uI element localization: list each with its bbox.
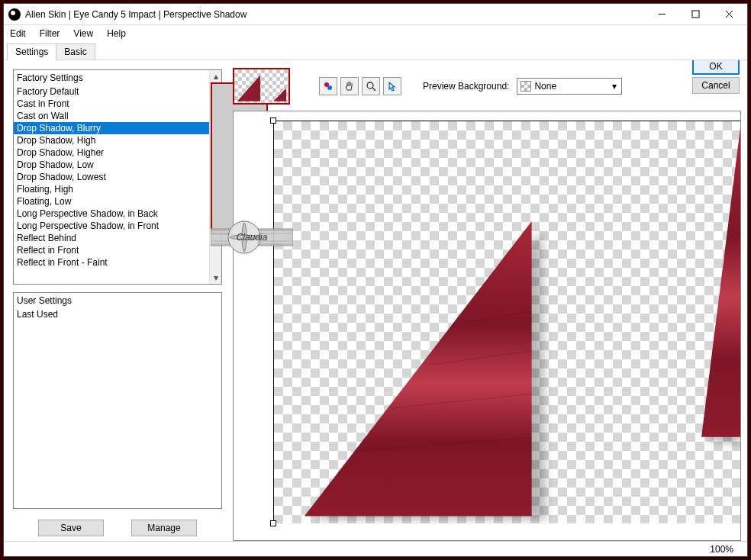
maximize-button[interactable] <box>678 5 712 24</box>
preview-bg-value: None <box>534 81 608 92</box>
window-title: Alien Skin | Eye Candy 5 Impact | Perspe… <box>25 9 645 20</box>
tab-settings[interactable]: Settings <box>7 43 56 60</box>
list-item[interactable]: Reflect in Front <box>14 244 221 256</box>
app-icon <box>8 8 21 21</box>
pan-tool[interactable] <box>340 77 359 95</box>
list-item[interactable]: Floating, High <box>14 183 221 195</box>
cancel-button[interactable]: Cancel <box>692 77 740 94</box>
list-item[interactable]: Drop Shadow, Higher <box>14 146 221 159</box>
factory-header: Factory Settings <box>14 70 221 85</box>
menu-view[interactable]: View <box>72 27 95 40</box>
window-buttons <box>645 5 746 24</box>
list-item[interactable]: Last Used <box>14 308 221 320</box>
save-manage-row: Save Manage <box>13 517 222 536</box>
color-picker-tool[interactable] <box>319 77 337 95</box>
resize-handle[interactable] <box>270 520 276 526</box>
ok-cancel-group: OK Cancel <box>692 60 740 94</box>
list-item[interactable]: Cast on Wall <box>14 110 221 122</box>
list-item[interactable]: Long Perspective Shadow, in Back <box>14 208 221 220</box>
preview-toolbar: Preview Background: None ▾ <box>233 68 741 105</box>
manage-button[interactable]: Manage <box>131 520 197 536</box>
user-header: User Settings <box>14 293 221 308</box>
menu-bar: Edit Filter View Help <box>4 25 747 42</box>
pointer-tool[interactable] <box>383 77 401 95</box>
svg-marker-2 <box>273 89 286 101</box>
canvas-artwork <box>273 121 740 523</box>
preview-bg-label: Preview Background: <box>423 81 509 92</box>
zoom-level: 100% <box>710 544 733 555</box>
preview-bg-select[interactable]: None ▾ <box>517 78 622 95</box>
thumbnail-art <box>234 69 288 104</box>
status-bar: 100% <box>4 541 747 556</box>
ok-button[interactable]: OK <box>692 60 740 75</box>
list-item[interactable]: Cast in Front <box>14 98 221 110</box>
list-item[interactable]: Drop Shadow, Low <box>14 159 221 171</box>
resize-handle[interactable] <box>270 117 276 124</box>
factory-items: Factory Default Cast in Front Cast on Wa… <box>14 85 221 284</box>
main-area: Factory Settings Factory Default Cast in… <box>4 60 747 541</box>
scroll-down-icon[interactable]: ▾ <box>210 272 221 284</box>
list-item[interactable]: Reflect Behind <box>14 232 221 244</box>
menu-help[interactable]: Help <box>105 27 127 40</box>
preview-thumbnail[interactable] <box>233 68 290 105</box>
svg-marker-1 <box>237 76 260 101</box>
factory-settings-list[interactable]: Factory Settings Factory Default Cast in… <box>13 69 222 285</box>
zoom-tool[interactable] <box>362 77 380 95</box>
user-items: Last Used <box>14 308 221 508</box>
list-item[interactable]: Drop Shadow, Lowest <box>14 171 221 183</box>
list-item[interactable]: Drop Shadow, Blurry <box>14 122 221 134</box>
menu-edit[interactable]: Edit <box>8 27 27 40</box>
save-button[interactable]: Save <box>38 520 104 536</box>
list-item[interactable]: Floating, Low <box>14 195 221 208</box>
list-item[interactable]: Long Perspective Shadow, in Front <box>14 220 221 232</box>
close-button[interactable] <box>712 5 746 24</box>
tool-buttons <box>319 77 401 95</box>
menu-filter[interactable]: Filter <box>38 27 62 40</box>
user-settings-list[interactable]: User Settings Last Used <box>13 292 222 509</box>
preview-canvas[interactable] <box>233 111 741 541</box>
svg-marker-7 <box>305 221 532 517</box>
tab-basic[interactable]: Basic <box>56 43 95 60</box>
chevron-down-icon: ▾ <box>611 81 618 92</box>
right-panel: OK Cancel Preview Background: <box>227 60 747 541</box>
scroll-up-icon[interactable]: ▴ <box>210 70 221 82</box>
svg-point-4 <box>327 85 332 90</box>
svg-rect-0 <box>692 11 699 18</box>
svg-marker-9 <box>701 127 740 436</box>
scrollbar[interactable]: ▴ ▾ <box>209 70 221 284</box>
transparency-swatch-icon <box>521 81 531 92</box>
minimize-button[interactable] <box>645 5 678 24</box>
list-item[interactable]: Drop Shadow, High <box>14 134 221 146</box>
left-panel: Factory Settings Factory Default Cast in… <box>4 60 227 541</box>
app-window: Alien Skin | Eye Candy 5 Impact | Perspe… <box>3 3 748 557</box>
title-bar: Alien Skin | Eye Candy 5 Impact | Perspe… <box>4 4 747 25</box>
list-item[interactable]: Reflect in Front - Faint <box>14 256 221 269</box>
tab-bar: Settings Basic <box>4 42 747 60</box>
svg-point-5 <box>367 82 373 89</box>
list-item[interactable]: Factory Default <box>14 85 221 98</box>
